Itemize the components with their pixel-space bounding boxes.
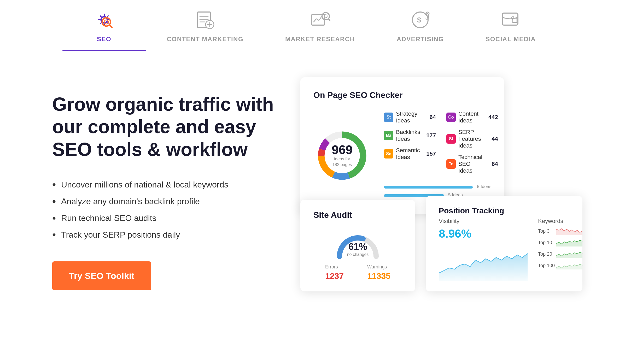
keywords-section: Keywords Top 3 Top 10 — [538, 218, 582, 281]
tab-content-marketing-label: CONTENT MARKETING — [167, 36, 243, 43]
warnings-value: 11335 — [367, 271, 390, 281]
bar-row-1: 8 Ideas — [384, 184, 498, 189]
feature-item-1: Uncover millions of national & local key… — [52, 176, 274, 193]
tab-advertising-label: ADVERTISING — [397, 36, 444, 43]
keywords-label: Keywords — [538, 218, 582, 225]
tab-market-research[interactable]: MARKET RESEARCH — [264, 0, 376, 51]
keywords-row-top10: Top 10 — [538, 239, 582, 246]
seo-checker-title: On Page SEO Checker — [313, 90, 491, 100]
gauge-percent: 61% — [347, 241, 369, 252]
sparkline-top3 — [556, 227, 582, 235]
errors-value: 1237 — [325, 271, 344, 281]
technical-badge: Te — [446, 159, 456, 169]
bar-1-label: 8 Ideas — [477, 184, 492, 189]
sparkline-top10 — [556, 239, 582, 246]
navigation-tabs: SEO CONTENT MARKETING MARKET RESEARCH $ — [0, 0, 619, 51]
gauge-sub: no changes — [347, 252, 369, 257]
tab-advertising[interactable]: $ ADVERTISING — [376, 0, 465, 51]
ideas-row-content: Co Content Ideas 442 — [446, 110, 498, 124]
warnings-label: Warnings — [367, 264, 390, 270]
feature-list: Uncover millions of national & local key… — [52, 176, 274, 243]
market-research-icon — [310, 9, 330, 30]
backlinks-badge: Ba — [384, 131, 393, 140]
social-media-icon — [500, 9, 521, 30]
tab-social-media-label: SOCIAL MEDIA — [486, 36, 536, 43]
ideas-legend: St Strategy Ideas 64 Ba Backlinks Ideas … — [384, 110, 498, 201]
seo-checker-card: On Page SEO Checker — [300, 77, 504, 214]
tab-social-media[interactable]: SOCIAL MEDIA — [465, 0, 557, 51]
warnings-stat: Warnings 11335 — [367, 264, 390, 281]
content-marketing-icon — [195, 9, 215, 30]
site-audit-title: Site Audit — [313, 210, 402, 220]
cta-button[interactable]: Try SEO Toolkit — [52, 261, 151, 290]
position-tracking-title: Position Tracking — [439, 206, 569, 215]
backlinks-label: Backlinks Ideas — [396, 129, 420, 142]
sparkline-top20 — [556, 250, 582, 258]
strategy-label: Strategy Ideas — [396, 110, 420, 124]
tab-seo-label: SEO — [97, 36, 111, 43]
technical-count: 84 — [485, 161, 498, 167]
content-count: 442 — [485, 114, 498, 121]
hero-section: Grow organic traffic with our complete a… — [52, 77, 274, 290]
errors-stat: Errors 1237 — [325, 264, 344, 281]
visibility-section: Visibility 8.96% — [439, 218, 528, 281]
seo-icon — [94, 9, 115, 30]
content-label: Content Ideas — [458, 110, 482, 124]
strategy-badge: St — [384, 113, 393, 122]
visibility-value: 8.96% — [439, 227, 528, 240]
tab-market-research-label: MARKET RESEARCH — [285, 36, 355, 43]
strategy-count: 64 — [423, 114, 436, 121]
serp-label: SERP Features Ideas — [458, 129, 482, 149]
visibility-chart — [439, 244, 528, 281]
svg-text:$: $ — [417, 16, 421, 24]
errors-label: Errors — [325, 264, 344, 270]
position-tracking-card: Position Tracking Visibility 8.96% — [426, 196, 582, 291]
seo-checker-body: 969 ideas for 182 pages St — [313, 110, 491, 201]
donut-chart: 969 ideas for 182 pages — [313, 127, 371, 184]
ideas-row-semantic: Se Semantic Ideas 157 — [384, 147, 436, 161]
bar-1 — [384, 186, 473, 189]
semantic-count: 157 — [423, 150, 436, 157]
serp-badge: St — [446, 134, 456, 144]
advertising-icon: $ — [410, 9, 431, 30]
content-badge: Co — [446, 113, 456, 122]
feature-item-2: Analyze any domain's backlink profile — [52, 193, 274, 210]
technical-label: Technical SEO Ideas — [458, 154, 482, 174]
ideas-row-serp: St SERP Features Ideas 44 — [446, 129, 498, 149]
donut-sub: ideas for 182 pages — [332, 156, 353, 168]
semantic-label: Semantic Ideas — [396, 147, 420, 161]
svg-line-2 — [109, 25, 112, 28]
audit-stats: Errors 1237 Warnings 11335 — [313, 264, 402, 281]
dashboard-widgets: On Page SEO Checker — [300, 77, 567, 286]
ideas-row-backlinks: Ba Backlinks Ideas 177 — [384, 129, 436, 142]
site-audit-card: Site Audit 61% no changes — [300, 200, 415, 291]
sparkline-top100 — [556, 262, 582, 269]
ideas-row-strategy: St Strategy Ideas 64 — [384, 110, 436, 124]
ideas-row-technical: Te Technical SEO Ideas 84 — [446, 154, 498, 174]
keywords-row-top3: Top 3 — [538, 227, 582, 235]
tab-content-marketing[interactable]: CONTENT MARKETING — [146, 0, 264, 51]
semantic-badge: Se — [384, 149, 393, 158]
visibility-label: Visibility — [439, 218, 528, 225]
tab-seo[interactable]: SEO — [62, 0, 146, 51]
feature-item-4: Track your SERP positions daily — [52, 226, 274, 243]
backlinks-count: 177 — [423, 132, 436, 139]
keywords-row-top100: Top 100 — [538, 262, 582, 269]
main-content: Grow organic traffic with our complete a… — [0, 51, 619, 316]
position-body: Visibility 8.96% — [439, 218, 569, 281]
donut-center: 969 ideas for 182 pages — [332, 144, 353, 168]
serp-count: 44 — [485, 136, 498, 142]
feature-item-3: Run technical SEO audits — [52, 210, 274, 226]
hero-heading: Grow organic traffic with our complete a… — [52, 93, 274, 161]
donut-number: 969 — [332, 144, 353, 156]
keywords-row-top20: Top 20 — [538, 250, 582, 258]
svg-line-13 — [328, 19, 330, 21]
